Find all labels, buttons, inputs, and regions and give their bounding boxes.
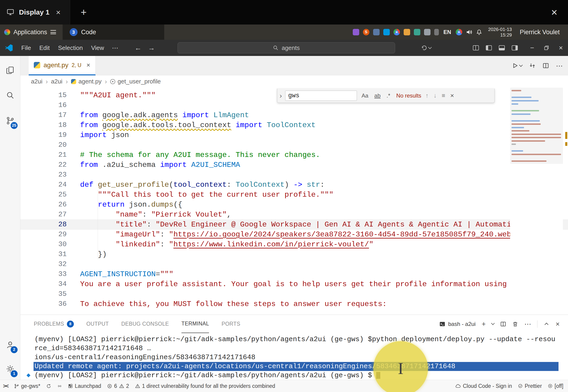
explorer-icon[interactable] <box>0 58 20 82</box>
display-tab-close-icon[interactable]: × <box>55 8 62 17</box>
toggle-primary-sidebar-button[interactable] <box>482 45 495 50</box>
history-icon <box>421 45 427 51</box>
taskbar-window-button[interactable]: 3 Code <box>62 25 164 40</box>
status-bar: >< ge-gws* Launchpad 6 2 1 d <box>0 380 568 392</box>
tab-close-icon[interactable]: × <box>87 61 90 69</box>
window-minimize-button[interactable]: − <box>525 40 539 56</box>
new-display-tab-button[interactable]: + <box>81 6 87 18</box>
line-number: 25 <box>20 190 67 200</box>
launchpad-item[interactable]: Launchpad <box>65 380 104 392</box>
image-viewer-icon[interactable] <box>414 29 420 35</box>
maximize-panel-button[interactable] <box>543 321 550 327</box>
remmina-icon[interactable] <box>373 29 380 35</box>
nav-forward-icon[interactable]: → <box>145 44 158 52</box>
cloud-code-signin-item[interactable]: Cloud Code - Sign in <box>452 380 515 392</box>
tab-ports[interactable]: PORTS <box>222 315 240 333</box>
menu-view[interactable]: View <box>87 44 108 52</box>
volume-icon[interactable] <box>466 29 472 35</box>
files-icon[interactable] <box>404 29 410 35</box>
editor-tab-strip: agent.py 2, U × ⋯ <box>20 56 568 75</box>
window-restore-button[interactable] <box>539 40 554 56</box>
minimap-line <box>511 103 518 105</box>
close-panel-icon[interactable]: × <box>555 320 560 328</box>
notifications-icon[interactable] <box>476 29 482 35</box>
terminal-instance-selector[interactable]: bash - a2ui <box>439 321 476 327</box>
tab-terminal[interactable]: TERMINAL <box>181 315 209 333</box>
open-changes-button[interactable] <box>529 62 536 69</box>
minimap-slider[interactable] <box>510 88 563 164</box>
screen-recorder-icon[interactable]: S <box>363 29 369 35</box>
remote-indicator[interactable]: >< <box>0 380 11 392</box>
breadcrumb-item[interactable]: a2ui <box>31 78 42 85</box>
menu-more-icon[interactable]: ⋯ <box>108 44 122 52</box>
search-view-icon[interactable] <box>0 83 20 107</box>
problems-status-item[interactable]: 6 2 <box>104 380 132 392</box>
git-branch-item[interactable]: ge-gws* <box>11 380 43 392</box>
menu-selection[interactable]: Selection <box>54 44 87 52</box>
toggle-secondary-sidebar-button[interactable] <box>508 45 521 50</box>
sync-changes-item[interactable] <box>43 380 54 392</box>
find-collapse-icon[interactable]: › <box>280 92 282 100</box>
tab-problems[interactable]: PROBLEMS 8 <box>34 315 74 333</box>
find-previous-icon[interactable]: ↑ <box>424 92 429 99</box>
regex-button[interactable]: .* <box>385 92 392 99</box>
match-case-button[interactable]: Aa <box>360 92 370 99</box>
whole-word-button[interactable]: ab <box>373 92 382 99</box>
screenshot-tool-icon[interactable] <box>353 29 359 35</box>
run-python-file-button[interactable] <box>512 62 522 69</box>
code-line: 32 <box>20 259 568 269</box>
breadcrumb-item[interactable]: a2ui <box>51 78 62 85</box>
clock[interactable]: 2026-01-13 15:29 <box>488 27 512 38</box>
breadcrumb-item-symbol[interactable]: get_user_profile <box>110 78 161 85</box>
titlebar-extra-icon[interactable] <box>418 45 435 51</box>
applications-menu[interactable]: Applications <box>0 25 60 40</box>
tab-agent-py[interactable]: agent.py 2, U × <box>29 56 96 75</box>
menu-file[interactable]: File <box>17 44 35 52</box>
warning-icon <box>119 384 124 389</box>
accounts-icon[interactable]: 2 <box>0 333 20 357</box>
source-control-icon[interactable]: 25 <box>0 109 20 133</box>
chrome-icon[interactable] <box>393 29 400 35</box>
find-close-icon[interactable]: × <box>449 92 455 99</box>
code-editor[interactable]: 15"""A2UI agent."""1617from google.adk.a… <box>20 88 568 315</box>
broadcast-item[interactable] <box>54 380 65 392</box>
session-user[interactable]: Pierrick Voulet <box>520 29 560 36</box>
terminal-output[interactable]: (myenv) [LOAS2] pierrick@pierrick:~/git/… <box>33 333 558 380</box>
command-center-search[interactable]: agents <box>178 42 395 53</box>
code-text: from google.adk.agents import LlmAgent <box>80 110 249 120</box>
find-in-selection-icon[interactable]: ≡ <box>441 92 446 99</box>
minimap[interactable] <box>510 88 563 315</box>
customize-layout-button[interactable] <box>469 45 482 50</box>
breadcrumb-item[interactable]: agent.py <box>71 78 102 85</box>
settings-gear-icon[interactable]: 1 <box>0 357 20 381</box>
window-close-button[interactable]: × <box>554 40 568 56</box>
kill-terminal-button[interactable] <box>512 321 518 327</box>
tab-debug-console[interactable]: DEBUG CONSOLE <box>121 315 169 333</box>
tab-output[interactable]: OUTPUT <box>86 315 109 333</box>
clipboard-icon[interactable] <box>434 29 439 35</box>
prettier-status-item[interactable]: Prettier <box>515 380 545 392</box>
clock-time: 15:29 <box>500 32 512 38</box>
find-next-icon[interactable]: ↓ <box>433 92 437 99</box>
toggle-panel-button[interactable] <box>495 45 508 50</box>
terminal-dropdown-icon[interactable] <box>491 322 495 325</box>
nav-back-icon[interactable]: ← <box>132 44 145 52</box>
find-input[interactable]: gws <box>285 91 357 101</box>
split-editor-button[interactable] <box>542 62 549 69</box>
new-terminal-button[interactable]: + <box>482 320 486 328</box>
browser-profile-icon[interactable] <box>456 29 462 35</box>
vulnerability-status-item[interactable]: 1 direct vulnerability found for all the… <box>132 380 278 392</box>
keyboard-layout-indicator[interactable]: EN <box>444 29 451 35</box>
editor-more-actions-icon[interactable]: ⋯ <box>556 62 563 70</box>
vscode-tray-icon[interactable] <box>383 29 390 35</box>
python-file-icon <box>34 62 40 69</box>
viewer-close-button[interactable]: × <box>551 6 557 18</box>
menu-edit[interactable]: Edit <box>35 44 54 52</box>
panel-more-actions-icon[interactable]: ⋯ <box>524 320 531 328</box>
display-tab[interactable]: Display 1 × <box>0 0 70 25</box>
split-terminal-button[interactable] <box>500 321 506 327</box>
display-settings-icon[interactable] <box>424 29 431 35</box>
minimap-line <box>511 150 523 152</box>
line-number: 20 <box>20 140 67 150</box>
minikube-status-item[interactable]: [off] <box>545 380 568 392</box>
